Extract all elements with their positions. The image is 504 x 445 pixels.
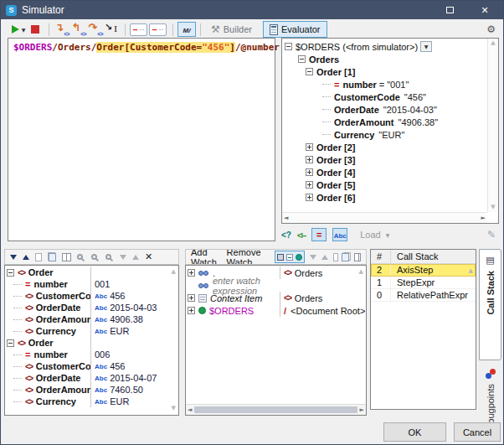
scroll-left-icon[interactable]: ◄ bbox=[284, 215, 288, 221]
horizontal-scrollbar[interactable]: ◄ ► bbox=[282, 212, 487, 223]
collapse-icon[interactable] bbox=[306, 68, 313, 75]
search-icon[interactable] bbox=[77, 254, 83, 260]
call-stack-row-stepexpr[interactable]: 1 StepExpr bbox=[371, 277, 476, 289]
expand-icon[interactable] bbox=[306, 168, 313, 176]
watch-row-new-entry[interactable]: enter watch expression bbox=[186, 279, 366, 292]
show-nodes-icon[interactable] bbox=[277, 254, 284, 261]
scroll-up-icon[interactable]: ▲ bbox=[491, 40, 495, 46]
expand-icon[interactable] bbox=[188, 294, 195, 302]
tree-item-currency[interactable]: Currency "EUR" bbox=[282, 128, 487, 141]
string-type-icon: Abc bbox=[95, 363, 107, 370]
processing-instruction-toggle[interactable] bbox=[281, 230, 291, 240]
breakpoint-button[interactable] bbox=[130, 21, 147, 38]
move-up-icon[interactable] bbox=[23, 255, 29, 260]
call-stack-row-relativepathexpr[interactable]: 0 RelativePathExpr bbox=[371, 289, 476, 302]
step-out-button[interactable] bbox=[70, 21, 85, 38]
scroll-left-icon[interactable]: ◄ bbox=[188, 407, 192, 413]
scroll-down-icon[interactable]: ▼ bbox=[491, 204, 495, 210]
attributes-toggle[interactable] bbox=[311, 228, 327, 241]
step-over-button[interactable] bbox=[87, 21, 102, 38]
tree-item[interactable]: number 006 bbox=[5, 349, 178, 360]
search-prev-icon[interactable] bbox=[105, 254, 111, 260]
tree-item-order-6[interactable]: Order [6] bbox=[282, 191, 487, 204]
scrollbar-thumb[interactable] bbox=[194, 406, 357, 413]
watch-display-toggle-group[interactable] bbox=[275, 251, 305, 263]
delete-icon[interactable] bbox=[145, 251, 152, 262]
tree-item-order-1[interactable]: Order [1] bbox=[282, 65, 487, 78]
tree-item-order-2[interactable]: Order [2] bbox=[282, 141, 487, 153]
add-watch-button[interactable]: Add Watch bbox=[191, 249, 222, 265]
evaluation-mode-toggle[interactable] bbox=[177, 22, 196, 37]
tab-builder[interactable]: Builder bbox=[205, 21, 258, 38]
tab-call-stack[interactable]: Call Stack bbox=[479, 249, 501, 360]
tree-item[interactable]: OrderDate Abc2015-04-07 bbox=[5, 372, 178, 384]
tree-item-order-5[interactable]: Order [5] bbox=[282, 179, 487, 191]
cancel-button[interactable]: Cancel bbox=[454, 422, 501, 442]
comment-toggle[interactable] bbox=[297, 230, 306, 240]
tree-item[interactable]: Currency AbcEUR bbox=[5, 396, 178, 407]
element-icon bbox=[284, 268, 291, 277]
stop-button[interactable] bbox=[28, 21, 43, 38]
run-to-cursor-button[interactable] bbox=[104, 21, 119, 38]
close-button[interactable] bbox=[466, 1, 503, 19]
tree-item-orderamount[interactable]: OrderAmount "4906.38" bbox=[282, 116, 487, 128]
tree-item-order-group-2[interactable]: Order bbox=[5, 337, 178, 349]
watch-row-orders-variable[interactable]: $ORDERS <Document Root> bbox=[186, 304, 366, 317]
tree-item[interactable]: OrderDate Abc2015-04-03 bbox=[5, 302, 178, 313]
collapse-icon[interactable] bbox=[285, 43, 292, 50]
remove-watch-button[interactable]: Remove Watch bbox=[227, 249, 270, 265]
expand-icon[interactable] bbox=[306, 143, 313, 151]
collapse-icon[interactable] bbox=[298, 55, 306, 63]
tracepoint-button[interactable] bbox=[149, 21, 167, 38]
expand-icon[interactable] bbox=[306, 194, 313, 201]
tree-item-orderdate[interactable]: OrderDate "2015-04-03" bbox=[282, 103, 487, 116]
ok-button[interactable]: OK bbox=[383, 422, 446, 442]
scroll-right-icon[interactable]: ► bbox=[360, 407, 364, 413]
tree-item[interactable]: OrderAmount Abc4906.38 bbox=[5, 313, 178, 325]
tree-item-root[interactable]: $ORDERS (<from simulator>) bbox=[282, 40, 487, 53]
expand-icon[interactable] bbox=[188, 269, 195, 277]
tree-item-number-attr[interactable]: number = "001" bbox=[282, 78, 487, 91]
maximize-button[interactable] bbox=[433, 1, 466, 19]
search-next-icon[interactable] bbox=[91, 254, 97, 260]
source-dropdown[interactable] bbox=[420, 41, 432, 52]
settings-gear-icon[interactable] bbox=[486, 23, 496, 35]
expand-icon[interactable] bbox=[188, 307, 195, 314]
call-stack-row-axisstep[interactable]: 2 AxisStep bbox=[371, 264, 476, 277]
edit-source-icon[interactable] bbox=[487, 229, 496, 241]
show-values-icon[interactable] bbox=[286, 254, 293, 261]
vertical-scrollbar[interactable]: ▲ ▼ bbox=[487, 39, 498, 212]
horizontal-scrollbar[interactable]: ◄ ► bbox=[186, 404, 366, 415]
scroll-right-icon[interactable]: ► bbox=[481, 215, 486, 221]
tree-item[interactable]: CustomerCode Abc456 bbox=[5, 290, 178, 302]
document-icon[interactable] bbox=[35, 253, 42, 261]
collapse-icon[interactable] bbox=[7, 269, 14, 277]
tree-item-order-3[interactable]: Order [3] bbox=[282, 153, 487, 166]
tree-item[interactable]: number 001 bbox=[5, 278, 178, 290]
tree-item-customercode[interactable]: CustomerCode "456" bbox=[282, 91, 487, 103]
show-types-icon[interactable] bbox=[296, 254, 302, 261]
tree-item[interactable]: Currency AbcEUR bbox=[5, 325, 178, 337]
tree-item-order-group-1[interactable]: Order bbox=[5, 266, 178, 278]
load-button[interactable]: Load bbox=[360, 230, 389, 240]
document-icon[interactable] bbox=[333, 253, 338, 261]
tree-item-orders[interactable]: Orders bbox=[282, 53, 487, 65]
tree-item[interactable]: CustomerCode Abc456 bbox=[5, 360, 178, 372]
watch-row-context-item[interactable]: Context Item Orders bbox=[186, 292, 366, 304]
move-down-icon[interactable] bbox=[10, 255, 17, 260]
columns-icon[interactable] bbox=[354, 253, 361, 261]
copy-icon[interactable] bbox=[48, 252, 56, 261]
tree-item[interactable]: OrderAmount Abc7460.50 bbox=[5, 384, 178, 396]
copy-icon[interactable] bbox=[343, 252, 349, 261]
expand-icon[interactable] bbox=[306, 156, 313, 163]
call-stack-icon bbox=[486, 255, 494, 266]
step-into-button[interactable] bbox=[54, 21, 69, 38]
xpath-expression-input[interactable]: $ORDERS/Orders/Order[CustomerCode="456"]… bbox=[8, 38, 275, 241]
tree-item-order-4[interactable]: Order [4] bbox=[282, 166, 487, 179]
run-button[interactable] bbox=[11, 21, 26, 38]
columns-icon[interactable] bbox=[62, 253, 71, 261]
collapse-icon[interactable] bbox=[7, 339, 14, 347]
expand-icon[interactable] bbox=[306, 181, 313, 189]
text-values-toggle[interactable] bbox=[332, 228, 347, 241]
tab-evaluator[interactable]: Evaluator bbox=[263, 21, 327, 38]
